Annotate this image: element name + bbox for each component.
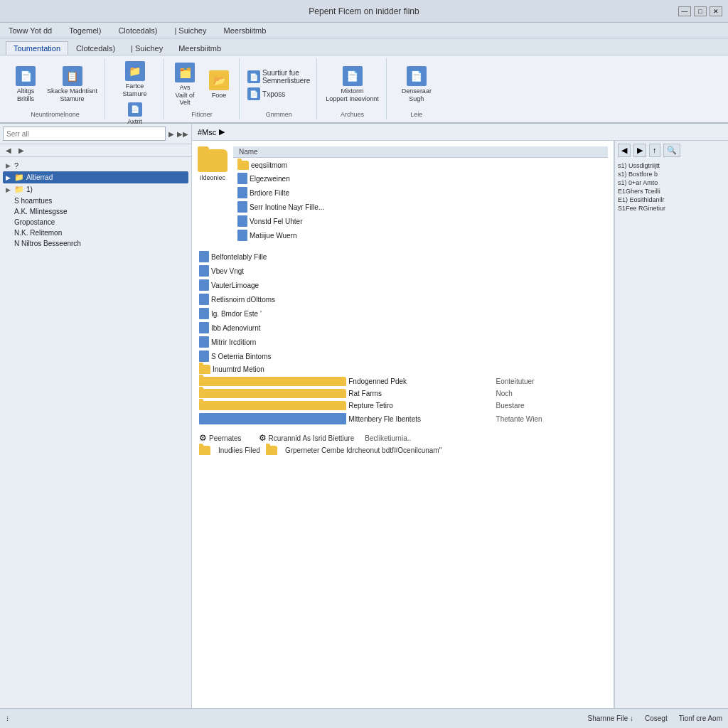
search-input[interactable]: [3, 127, 166, 141]
file-item-von[interactable]: Vonstd Fel Uhter: [233, 214, 608, 228]
settings-icon-0: ⚙: [199, 433, 207, 443]
file-item-brd[interactable]: Brdiore Fiilte: [233, 186, 608, 200]
file-item-mitrir[interactable]: Mitrir Ircditiorn: [195, 335, 611, 349]
file-icon-mitrir: [199, 336, 209, 348]
file-area: Ildeoniec Name eeqsiitmom El: [192, 141, 728, 708]
file-item-mlt[interactable]: Mlttenbery Fle Ibentets Thetante Wien: [195, 412, 611, 426]
ribbon-btn-view[interactable]: 📄 AltitgsBritills: [10, 65, 41, 105]
file-item-elg[interactable]: Elgezweinen: [233, 171, 608, 186]
ribbon-group-content-archues: 📄 MixtormLoppert Ineevionnt: [323, 60, 382, 109]
ribbon-col-6: 📄 Suurtiur fueSemnerlistuere 📄 Txposs: [245, 68, 312, 101]
ribbon-btn-txposs[interactable]: 📄 Txposs: [245, 87, 312, 101]
file-item-fnd[interactable]: Fndogenned Pdek Eonteitutuer: [195, 375, 611, 387]
tree-subitem-2[interactable]: Gropostance: [3, 217, 188, 228]
close-button[interactable]: ✕: [710, 6, 722, 16]
ribbon-group-content-fiticner: 🗂️ AvsVailt ofVelt 📂 Fooe: [169, 60, 235, 109]
tab-meers[interactable]: Meersbiitmb: [171, 41, 229, 55]
tree-icon-0: ?: [14, 161, 18, 170]
status-item-2: Tionf cre Aom: [679, 714, 722, 722]
ribbon-btn-avs[interactable]: 🗂️ AvsVailt ofVelt: [169, 61, 200, 108]
tree-subitem-4[interactable]: N Niltros Besseenrch: [3, 238, 188, 249]
tree-item-1[interactable]: ▶ 📁 1): [3, 183, 188, 196]
menu-item-suichey[interactable]: | Suichey: [171, 25, 209, 36]
file-item-adeno[interactable]: Ibb Adenoviurnt: [195, 321, 611, 335]
file-item-vauter[interactable]: VauterLimoage: [195, 278, 611, 292]
tab-toumentation[interactable]: Toumentation: [6, 41, 68, 55]
ribbon-btn-fartce[interactable]: 📁 FartceStamure: [119, 60, 151, 100]
header-name: Name: [239, 148, 258, 156]
mixtorm-label: MixtormLoppert Ineevionnt: [326, 87, 379, 103]
tree-label-s1: A.K. Mlintesgsse: [14, 208, 67, 215]
large-folder-tab: [198, 146, 209, 151]
file-item-bmdor[interactable]: Ig. Bmdor Este ': [195, 306, 611, 321]
details-panel: ◀ ▶ ↑ 🔍 s1) Ussdigtriijtt s1) Bostfore b…: [614, 141, 728, 708]
ribbon-btn-fooe[interactable]: 📂 Fooe: [203, 69, 235, 101]
file-label-ser: Serr Inotine Nayr Fille...: [250, 203, 324, 211]
folder-icon-inuur: [199, 365, 210, 374]
file-item-rat[interactable]: Rat Farms Noch: [195, 387, 611, 400]
file-type-rat: Noch: [496, 390, 606, 397]
ribbon-btn-denseraar[interactable]: 📄 DenseraarSugh: [399, 65, 434, 105]
details-item-2: s1) 0+ar Amto: [618, 178, 725, 187]
tab-suichey[interactable]: | Suichey: [123, 41, 171, 55]
bottom-item-0[interactable]: ⚙ Peernates: [199, 433, 242, 443]
ribbon-group-content-leie: 📄 DenseraarSugh: [399, 60, 434, 109]
menu-item-toww[interactable]: Toww Yot dd: [6, 25, 55, 36]
bottom-link-1[interactable]: Grperneter Cembe Idrcheonut bdtf#Ocenilc…: [285, 446, 441, 454]
maximize-button[interactable]: □: [694, 6, 707, 16]
status-item-1: Cosegt: [645, 714, 668, 722]
file-item-vbev[interactable]: Vbev Vngt: [195, 264, 611, 278]
bottom-item-1[interactable]: ⚙ Rcurannid As Isrid Biettiure Becliketi…: [259, 433, 412, 443]
menu-item-togemel[interactable]: Togemel): [66, 25, 104, 36]
bottom-links-row: Inudiies Filed Grperneter Cembe Idrcheon…: [195, 444, 611, 456]
minimize-button[interactable]: —: [678, 6, 691, 16]
ribbon-btn-suurtiur[interactable]: 📄 Suurtiur fueSemnerlistuere: [245, 68, 312, 85]
file-item-retl[interactable]: Retlisnoirn dOlttoms: [195, 292, 611, 306]
tree-item-0[interactable]: ▶ ?: [3, 160, 188, 171]
details-btn-3[interactable]: 🔍: [663, 144, 680, 157]
ribbon-btn-mixtorm[interactable]: 📄 MixtormLoppert Ineevionnt: [323, 65, 382, 105]
large-folder-icon-wrap: [198, 146, 228, 172]
bottom-link-0[interactable]: Inudiies Filed: [218, 446, 260, 454]
file-icon-brd: [237, 187, 247, 198]
tab-clotce[interactable]: Clotcedals): [68, 41, 123, 55]
tree-subitem-1[interactable]: A.K. Mlintesgsse: [3, 206, 188, 217]
file-item-mat[interactable]: Matiijue Wuern: [233, 228, 608, 242]
group-label-gnmmen: Gnmmen: [266, 111, 292, 118]
ribbon-btn-skacke[interactable]: 📋 Skacke MadntisntStamure: [44, 65, 100, 105]
file-item-inuur[interactable]: Inuurntrd Metion: [195, 363, 611, 375]
ribbon-group-archues: 📄 MixtormLoppert Ineevionnt Archues: [318, 58, 387, 119]
details-btn-2[interactable]: ↑: [649, 144, 660, 157]
details-btn-1[interactable]: ▶: [633, 144, 646, 157]
file-label-inuur: Inuurntrd Metion: [213, 365, 264, 373]
file-icon-adeno: [199, 322, 209, 333]
large-folder-item[interactable]: Ildeoniec: [198, 146, 228, 242]
details-btn-0[interactable]: ◀: [618, 144, 631, 157]
tree-subitem-3[interactable]: N.K. Relitemon: [3, 228, 188, 238]
ribbon-col-2: 📋 Skacke MadntisntStamure: [44, 65, 100, 105]
search-arrow[interactable]: ▶: [168, 130, 174, 138]
menu-item-meers[interactable]: Meersbiitmb: [221, 25, 269, 36]
file-label-mlt: Mlttenbery Fle Ibentets: [348, 415, 496, 423]
file-item-oeter[interactable]: S Oeterria Bintoms: [195, 349, 611, 363]
tree-subitem-0[interactable]: S hoamtues: [3, 196, 188, 206]
fooe-icon: 📂: [209, 70, 229, 90]
file-item-belf[interactable]: Belfontelably Fille: [195, 250, 611, 264]
file-item-eeq[interactable]: eeqsiitmom: [233, 159, 608, 171]
file-label-von: Vonstd Fel Uhter: [250, 218, 302, 225]
ribbon-btn-axtrit[interactable]: 📄 Axtrit: [119, 101, 151, 127]
nav-back[interactable]: ◀: [3, 146, 14, 155]
file-icon-oeter: [199, 350, 209, 362]
file-label-vauter: VauterLimoage: [211, 282, 259, 289]
nav-fwd[interactable]: ▶: [16, 146, 27, 155]
settings-icon-1: ⚙: [259, 433, 267, 443]
search-arrow2[interactable]: ▶▶: [177, 130, 188, 138]
breadcrumb-bar: #Msc ▶: [192, 124, 728, 141]
file-item-rep[interactable]: Repture Tetiro Buestare: [195, 400, 611, 412]
menu-item-clotce[interactable]: Clotcedals): [115, 25, 160, 36]
file-label-brd: Brdiore Fiilte: [250, 189, 289, 197]
suurtiur-icon: 📄: [247, 70, 260, 83]
file-item-ser[interactable]: Serr Inotine Nayr Fille...: [233, 200, 608, 214]
tree-item-altierrad[interactable]: ▶ 📁 Altierrad: [3, 171, 188, 183]
file-label-rep: Repture Tetiro: [348, 402, 496, 410]
